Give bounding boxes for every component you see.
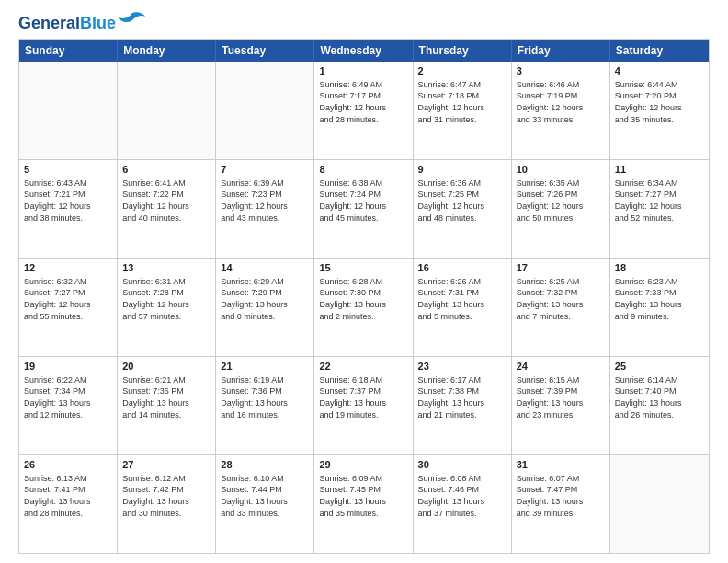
calendar-week-4: 19Sunrise: 6:22 AM Sunset: 7:34 PM Dayli… [19,356,709,454]
day-info: Sunrise: 6:39 AM Sunset: 7:23 PM Dayligh… [221,178,309,224]
calendar-week-1: 1Sunrise: 6:49 AM Sunset: 7:17 PM Daylig… [19,62,709,159]
day-number: 30 [418,458,506,472]
day-info: Sunrise: 6:46 AM Sunset: 7:19 PM Dayligh… [517,79,605,125]
calendar-day-11: 11Sunrise: 6:34 AM Sunset: 7:27 PM Dayli… [610,160,709,258]
logo-general: General [18,14,80,32]
calendar-day-empty [610,455,709,553]
day-info: Sunrise: 6:43 AM Sunset: 7:21 PM Dayligh… [24,178,112,224]
logo-bird-icon [119,11,145,28]
day-info: Sunrise: 6:29 AM Sunset: 7:29 PM Dayligh… [221,276,309,322]
calendar-day-13: 13Sunrise: 6:31 AM Sunset: 7:28 PM Dayli… [118,259,216,356]
calendar-week-5: 26Sunrise: 6:13 AM Sunset: 7:41 PM Dayli… [19,454,709,553]
day-number: 14 [221,261,309,275]
calendar-day-8: 8Sunrise: 6:38 AM Sunset: 7:24 PM Daylig… [314,160,413,258]
header: GeneralBlue [18,15,710,31]
day-number: 16 [418,261,506,275]
calendar-day-2: 2Sunrise: 6:47 AM Sunset: 7:18 PM Daylig… [414,62,512,159]
day-number: 7 [221,163,309,177]
calendar-day-empty [118,62,216,159]
day-info: Sunrise: 6:32 AM Sunset: 7:27 PM Dayligh… [24,276,112,322]
day-number: 24 [517,360,605,373]
day-number: 27 [122,458,210,472]
day-number: 5 [24,163,112,177]
calendar-day-23: 23Sunrise: 6:17 AM Sunset: 7:38 PM Dayli… [414,357,512,454]
calendar-day-21: 21Sunrise: 6:19 AM Sunset: 7:36 PM Dayli… [216,357,314,454]
day-number: 2 [418,64,506,78]
day-info: Sunrise: 6:35 AM Sunset: 7:26 PM Dayligh… [517,178,605,224]
day-info: Sunrise: 6:23 AM Sunset: 7:33 PM Dayligh… [615,276,704,322]
day-number: 15 [319,261,407,275]
day-info: Sunrise: 6:34 AM Sunset: 7:27 PM Dayligh… [615,178,704,224]
day-number: 29 [319,458,407,472]
day-number: 21 [221,360,309,373]
day-number: 31 [517,458,605,472]
calendar: SundayMondayTuesdayWednesdayThursdayFrid… [18,39,710,554]
day-number: 4 [615,64,704,78]
calendar-body: 1Sunrise: 6:49 AM Sunset: 7:17 PM Daylig… [19,62,709,553]
day-number: 3 [517,64,605,78]
day-number: 22 [319,360,407,373]
calendar-day-29: 29Sunrise: 6:09 AM Sunset: 7:45 PM Dayli… [314,455,413,553]
calendar-day-20: 20Sunrise: 6:21 AM Sunset: 7:35 PM Dayli… [118,357,216,454]
day-number: 12 [24,261,112,275]
calendar-day-30: 30Sunrise: 6:08 AM Sunset: 7:46 PM Dayli… [414,455,512,553]
calendar-day-28: 28Sunrise: 6:10 AM Sunset: 7:44 PM Dayli… [216,455,314,553]
calendar-day-26: 26Sunrise: 6:13 AM Sunset: 7:41 PM Dayli… [19,455,118,553]
day-number: 25 [615,360,704,373]
day-info: Sunrise: 6:15 AM Sunset: 7:39 PM Dayligh… [517,374,605,420]
day-info: Sunrise: 6:19 AM Sunset: 7:36 PM Dayligh… [221,374,309,420]
day-info: Sunrise: 6:10 AM Sunset: 7:44 PM Dayligh… [221,473,309,519]
calendar-day-7: 7Sunrise: 6:39 AM Sunset: 7:23 PM Daylig… [216,160,314,258]
day-number: 6 [122,163,210,177]
day-number: 13 [122,261,210,275]
header-day-monday: Monday [118,40,216,62]
calendar-day-27: 27Sunrise: 6:12 AM Sunset: 7:42 PM Dayli… [118,455,216,553]
day-info: Sunrise: 6:09 AM Sunset: 7:45 PM Dayligh… [319,473,407,519]
day-info: Sunrise: 6:47 AM Sunset: 7:18 PM Dayligh… [418,79,506,125]
day-info: Sunrise: 6:44 AM Sunset: 7:20 PM Dayligh… [615,79,704,125]
calendar-day-5: 5Sunrise: 6:43 AM Sunset: 7:21 PM Daylig… [19,160,118,258]
calendar-day-4: 4Sunrise: 6:44 AM Sunset: 7:20 PM Daylig… [610,62,709,159]
calendar-day-1: 1Sunrise: 6:49 AM Sunset: 7:17 PM Daylig… [314,62,413,159]
day-info: Sunrise: 6:36 AM Sunset: 7:25 PM Dayligh… [418,178,506,224]
day-info: Sunrise: 6:13 AM Sunset: 7:41 PM Dayligh… [24,473,112,519]
day-number: 10 [517,163,605,177]
calendar-day-3: 3Sunrise: 6:46 AM Sunset: 7:19 PM Daylig… [512,62,610,159]
day-number: 17 [517,261,605,275]
header-day-sunday: Sunday [19,40,118,62]
day-info: Sunrise: 6:22 AM Sunset: 7:34 PM Dayligh… [24,374,112,420]
logo-blue: Blue [80,14,116,32]
calendar-day-15: 15Sunrise: 6:28 AM Sunset: 7:30 PM Dayli… [314,259,413,356]
header-day-saturday: Saturday [610,40,709,62]
day-number: 23 [418,360,506,373]
calendar-header-row: SundayMondayTuesdayWednesdayThursdayFrid… [19,40,709,62]
day-number: 20 [122,360,210,373]
day-info: Sunrise: 6:14 AM Sunset: 7:40 PM Dayligh… [615,374,704,420]
logo-text: GeneralBlue [18,15,116,31]
header-day-thursday: Thursday [414,40,512,62]
calendar-week-2: 5Sunrise: 6:43 AM Sunset: 7:21 PM Daylig… [19,159,709,258]
day-number: 26 [24,458,112,472]
logo: GeneralBlue [18,15,145,31]
calendar-day-10: 10Sunrise: 6:35 AM Sunset: 7:26 PM Dayli… [512,160,610,258]
header-day-friday: Friday [512,40,610,62]
calendar-day-empty [19,62,118,159]
day-number: 28 [221,458,309,472]
day-info: Sunrise: 6:18 AM Sunset: 7:37 PM Dayligh… [319,374,407,420]
calendar-day-31: 31Sunrise: 6:07 AM Sunset: 7:47 PM Dayli… [512,455,610,553]
calendar-day-24: 24Sunrise: 6:15 AM Sunset: 7:39 PM Dayli… [512,357,610,454]
calendar-day-16: 16Sunrise: 6:26 AM Sunset: 7:31 PM Dayli… [414,259,512,356]
calendar-day-17: 17Sunrise: 6:25 AM Sunset: 7:32 PM Dayli… [512,259,610,356]
calendar-week-3: 12Sunrise: 6:32 AM Sunset: 7:27 PM Dayli… [19,258,709,356]
page: GeneralBlue SundayMondayTuesdayWednesday… [0,0,728,563]
day-info: Sunrise: 6:41 AM Sunset: 7:22 PM Dayligh… [122,178,210,224]
day-info: Sunrise: 6:08 AM Sunset: 7:46 PM Dayligh… [418,473,506,519]
day-number: 11 [615,163,704,177]
day-number: 1 [319,64,407,78]
day-info: Sunrise: 6:28 AM Sunset: 7:30 PM Dayligh… [319,276,407,322]
calendar-day-14: 14Sunrise: 6:29 AM Sunset: 7:29 PM Dayli… [216,259,314,356]
day-info: Sunrise: 6:25 AM Sunset: 7:32 PM Dayligh… [517,276,605,322]
day-info: Sunrise: 6:31 AM Sunset: 7:28 PM Dayligh… [122,276,210,322]
day-info: Sunrise: 6:17 AM Sunset: 7:38 PM Dayligh… [418,374,506,420]
day-info: Sunrise: 6:12 AM Sunset: 7:42 PM Dayligh… [122,473,210,519]
